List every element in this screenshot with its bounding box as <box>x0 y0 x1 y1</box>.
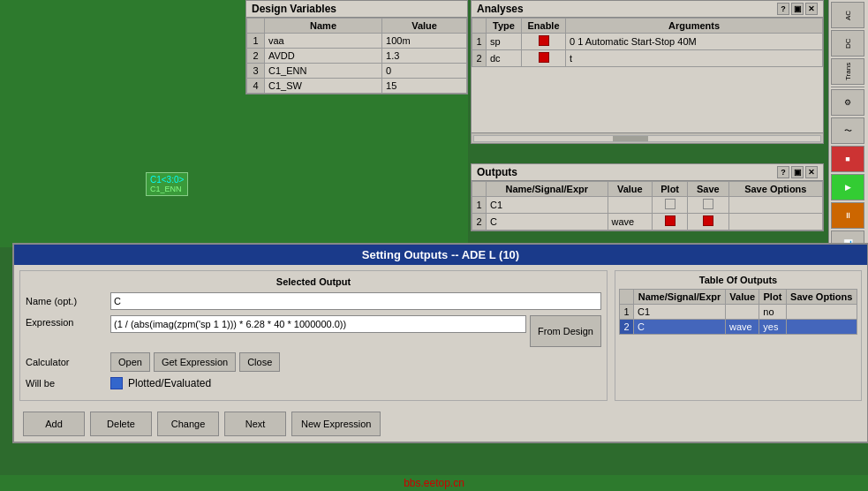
out-save[interactable] <box>688 214 729 230</box>
dv-name: C1_ENN <box>265 64 382 79</box>
add-btn[interactable]: Add <box>23 412 85 436</box>
tot-plot: yes <box>759 320 786 335</box>
an-col-type: Type <box>487 19 522 34</box>
expression-input[interactable] <box>110 315 526 333</box>
will-be-value: Plotted/Evaluated <box>128 377 211 389</box>
outputs-panel: Outputs ? ▣ ✕ Name/Signal/Expr Value Plo… <box>471 163 824 231</box>
dv-num: 1 <box>247 34 265 49</box>
tot-save-options <box>786 305 857 320</box>
stop-icon[interactable]: ■ <box>831 146 864 172</box>
next-btn[interactable]: Next <box>224 412 286 436</box>
circuit-sublabel: C1_ENN <box>150 185 184 193</box>
analyses-close-btn[interactable]: ✕ <box>805 3 818 15</box>
dialog-buttons: Add Delete Change Next New Expression <box>14 406 867 442</box>
analyses-help-btn[interactable]: ? <box>777 3 789 15</box>
out-col-value: Value <box>608 182 653 197</box>
pause-icon[interactable]: ⏸ <box>831 202 864 229</box>
dv-name: C1_SW <box>265 79 382 94</box>
out-name: C1 <box>487 197 608 214</box>
ac-btn[interactable]: AC <box>831 2 864 28</box>
wave-icon[interactable]: 〜 <box>831 117 864 144</box>
dc-btn[interactable]: DC <box>831 30 864 57</box>
out-col-name: Name/Signal/Expr <box>487 182 608 197</box>
trans-btn[interactable]: Trans <box>831 58 864 85</box>
change-btn[interactable]: Change <box>157 412 219 436</box>
analyses-min-btn[interactable]: ▣ <box>791 3 804 15</box>
outputs-title-bar: Outputs ? ▣ ✕ <box>472 164 823 181</box>
out-col-save: Save <box>688 182 729 197</box>
dv-value: 0 <box>382 64 467 79</box>
name-input[interactable] <box>110 292 601 310</box>
out-plot[interactable] <box>653 214 688 230</box>
footer: bbs.eetop.cn <box>0 475 868 491</box>
dv-num: 3 <box>247 64 265 79</box>
right-tools: AC DC Trans ⚙ 〜 ■ ▶ ⏸ 📊 <box>828 0 868 247</box>
out-name: C <box>487 214 608 230</box>
tot-col-name: Name/Signal/Expr <box>634 290 726 305</box>
will-be-checkbox[interactable] <box>110 377 123 389</box>
out-save-options <box>728 197 822 214</box>
calc-get-expression-btn[interactable]: Get Expression <box>154 352 236 372</box>
tot-col-value: Value <box>726 290 759 305</box>
selected-output-label: Selected Output <box>26 276 601 287</box>
dv-col-value: Value <box>382 19 467 34</box>
an-type: dc <box>487 50 522 67</box>
table-row[interactable]: 1 C1 no <box>620 305 857 320</box>
tot-value: wave <box>726 320 759 335</box>
design-variables-title: Design Variables <box>246 1 467 18</box>
from-design-btn[interactable]: From Design <box>530 315 601 347</box>
divider <box>831 87 864 87</box>
out-save[interactable] <box>688 197 729 214</box>
an-col-enable: Enable <box>522 19 566 34</box>
circuit-label: C1<3:0> <box>150 175 184 185</box>
new-expression-btn[interactable]: New Expression <box>291 412 381 436</box>
out-col-num <box>472 182 487 197</box>
outputs-title: Outputs <box>477 166 517 178</box>
outputs-min-btn[interactable]: ▣ <box>791 166 804 178</box>
outputs-close-btn[interactable]: ✕ <box>805 166 818 178</box>
calc-open-btn[interactable]: Open <box>110 352 150 372</box>
out-value <box>608 197 653 214</box>
an-args: t <box>566 50 823 67</box>
calc-close-btn[interactable]: Close <box>239 352 280 372</box>
dv-col-name: Name <box>265 19 382 34</box>
tot-value <box>726 305 759 320</box>
an-num: 1 <box>472 34 487 50</box>
run-icon[interactable]: ▶ <box>831 174 864 200</box>
dv-num: 2 <box>247 49 265 64</box>
expression-label: Expression <box>26 315 105 328</box>
table-row: 2 dc t <box>472 50 823 67</box>
tot-label: Table Of Outputs <box>619 275 857 285</box>
table-row: 4 C1_SW 15 <box>247 79 467 94</box>
design-variables-panel: Design Variables Name Value 1 vaa 100m 2… <box>245 0 468 94</box>
delete-btn[interactable]: Delete <box>90 412 152 436</box>
setting-outputs-dialog: Setting Outputs -- ADE L (10) Selected O… <box>12 243 868 443</box>
out-plot[interactable] <box>653 197 688 214</box>
out-num: 2 <box>472 214 487 230</box>
table-row[interactable]: 2 C wave yes <box>620 320 857 335</box>
out-num: 1 <box>472 197 487 214</box>
analyses-title-bar: Analyses ? ▣ ✕ <box>472 1 823 18</box>
dv-name: vaa <box>265 34 382 49</box>
name-label: Name (opt.) <box>26 296 105 306</box>
tot-col-save-options: Save Options <box>786 290 857 305</box>
table-row: 3 C1_ENN 0 <box>247 64 467 79</box>
an-enable[interactable] <box>522 34 566 50</box>
tot-name: C <box>634 320 726 335</box>
tot-save-options <box>786 320 857 335</box>
dv-value: 15 <box>382 79 467 94</box>
an-col-args: Arguments <box>566 19 823 34</box>
an-enable[interactable] <box>522 50 566 67</box>
outputs-help-btn[interactable]: ? <box>777 166 789 178</box>
calculator-label: Calculator <box>26 357 105 367</box>
analyses-panel: Analyses ? ▣ ✕ Type Enable Arguments 1 s… <box>471 0 824 144</box>
table-row: 2 AVDD 1.3 <box>247 49 467 64</box>
gear-icon[interactable]: ⚙ <box>831 89 864 116</box>
dialog-title: Setting Outputs -- ADE L (10) <box>14 245 867 265</box>
tot-plot: no <box>759 305 786 320</box>
dv-name: AVDD <box>265 49 382 64</box>
tot-col-plot: Plot <box>759 290 786 305</box>
an-type: sp <box>487 34 522 50</box>
table-row: 1 vaa 100m <box>247 34 467 49</box>
an-col-num <box>472 19 487 34</box>
